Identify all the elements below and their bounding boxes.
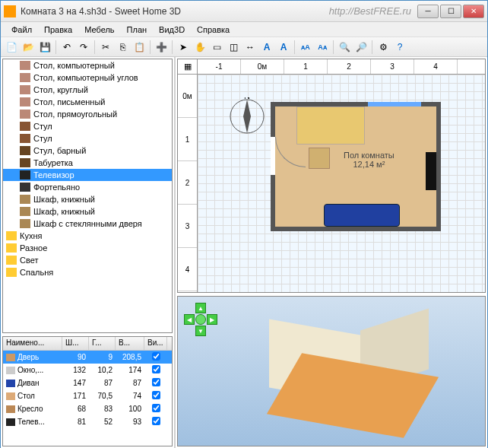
room-3d-render[interactable] — [284, 327, 421, 426]
tree-item[interactable]: Стол, круглый — [3, 84, 172, 96]
compass-icon[interactable]: N — [228, 97, 266, 135]
add-furniture-icon[interactable]: ➕ — [154, 40, 169, 55]
desk-item[interactable] — [296, 106, 365, 145]
room-icon[interactable]: ◫ — [226, 40, 241, 55]
visible-checkbox[interactable] — [152, 417, 160, 425]
menubar: Файл Правка Мебель План Вид3D Справка — [1, 22, 487, 37]
tree-item-label: Кухня — [20, 231, 42, 240]
col-visible[interactable]: Ви... — [144, 337, 167, 350]
visible-checkbox[interactable] — [152, 378, 160, 386]
app-icon — [4, 5, 16, 17]
new-icon[interactable]: 📄 — [4, 40, 19, 55]
copy-icon[interactable]: ⎘ — [115, 40, 130, 55]
table-row[interactable]: Дверь909208,5 — [3, 351, 172, 364]
furniture-table[interactable]: Наимено... Ш... Г... В... Ви... Дверь909… — [2, 336, 173, 446]
col-name[interactable]: Наимено... — [3, 337, 62, 350]
chair-item[interactable] — [309, 148, 330, 169]
tree-item[interactable]: Стол, компьютерный — [3, 59, 172, 71]
help-icon[interactable]: ? — [392, 40, 407, 55]
wall-icon[interactable]: ▭ — [209, 40, 224, 55]
tree-item[interactable]: Кухня — [3, 230, 172, 242]
window-title: Комната 3 на 4.sh3d - Sweet Home 3D — [21, 6, 329, 17]
minimize-button[interactable]: ─ — [417, 5, 439, 18]
tree-item-label: Стул, барный — [33, 146, 86, 155]
open-icon[interactable]: 📂 — [21, 40, 36, 55]
tree-item[interactable]: Шкаф, книжный — [3, 193, 172, 205]
visible-checkbox[interactable] — [152, 365, 160, 373]
nav-up-icon[interactable]: ▲ — [195, 303, 206, 313]
undo-icon[interactable]: ↶ — [59, 40, 74, 55]
tv-item[interactable] — [426, 152, 436, 190]
ruler-corner[interactable]: ▦ — [178, 59, 198, 75]
col-depth[interactable]: Г... — [89, 337, 116, 350]
table-row[interactable]: Стол17170,574 — [3, 389, 172, 402]
menu-plan[interactable]: План — [121, 24, 154, 36]
tree-item[interactable]: Стол, прямоугольный — [3, 108, 172, 120]
tree-item[interactable]: Стул — [3, 132, 172, 145]
tree-item[interactable]: Спальня — [3, 266, 172, 278]
tree-item[interactable]: Стул, барный — [3, 145, 172, 157]
visible-checkbox[interactable] — [152, 391, 160, 399]
nav-center-icon[interactable] — [195, 314, 206, 325]
tree-item[interactable]: Фортепьяно — [3, 181, 172, 193]
menu-furniture[interactable]: Мебель — [78, 24, 120, 36]
table-row[interactable]: Диван1478787 — [3, 377, 172, 389]
nav-left-icon[interactable]: ◀ — [184, 314, 195, 325]
maximize-button[interactable]: ☐ — [440, 5, 461, 18]
col-height[interactable]: В... — [116, 337, 144, 350]
table-row[interactable]: Телев...815293 — [3, 415, 172, 428]
pan-icon[interactable]: ✋ — [192, 40, 208, 55]
tree-item[interactable]: Стул — [3, 120, 172, 132]
tree-item[interactable]: Телевизор — [3, 169, 172, 181]
dimension-icon[interactable]: ↔ — [242, 40, 258, 55]
preview-3d[interactable]: ▲ ▼ ◀ ▶ — [177, 296, 486, 446]
nav-down-icon[interactable]: ▼ — [195, 326, 206, 336]
tree-item[interactable]: Свет — [3, 254, 172, 266]
tree-item[interactable]: Шкаф, книжный — [3, 205, 172, 218]
tree-item[interactable]: Табуретка — [3, 157, 172, 169]
visible-checkbox[interactable] — [152, 352, 160, 361]
text-a2-icon[interactable]: A — [276, 40, 291, 55]
window-item[interactable] — [368, 102, 421, 106]
select-icon[interactable]: ➤ — [176, 40, 191, 55]
text-aa-icon[interactable]: ᴀA — [298, 40, 313, 55]
text-a-icon[interactable]: A — [259, 40, 274, 55]
zoom-in-icon[interactable]: 🔍 — [337, 40, 352, 55]
redo-icon[interactable]: ↷ — [76, 40, 91, 55]
zoom-out-icon[interactable]: 🔎 — [353, 40, 369, 55]
table-row[interactable]: Кресло6883100 — [3, 402, 172, 415]
ic-chair — [20, 122, 30, 131]
menu-file[interactable]: Файл — [5, 24, 38, 36]
nav-right-icon[interactable]: ▶ — [207, 314, 217, 325]
menu-help[interactable]: Справка — [191, 24, 236, 36]
settings-icon[interactable]: ⚙ — [376, 40, 391, 55]
plan-view[interactable]: ▦ -10м1234 0м1234 N — [177, 59, 486, 293]
visible-checkbox[interactable] — [152, 404, 160, 412]
cut-icon[interactable]: ✂ — [98, 40, 113, 55]
ic-tv — [20, 170, 30, 180]
close-button[interactable]: ✕ — [463, 5, 484, 18]
room-label: Пол комнаты 12,14 м² — [344, 151, 395, 169]
table-row[interactable]: Окно,...13210,2174 — [3, 364, 172, 377]
room[interactable]: Пол комнаты 12,14 м² — [271, 102, 441, 231]
menu-edit[interactable]: Правка — [38, 24, 78, 36]
text-aa2-icon[interactable]: Aᴀ — [315, 40, 330, 55]
plan-grid[interactable]: N Пол комнаты 12,14 м² — [198, 75, 485, 292]
door-item[interactable] — [271, 137, 275, 175]
tree-item-label: Табуретка — [33, 158, 73, 167]
tree-item[interactable]: Шкаф с стеклянными дверя — [3, 218, 172, 230]
furniture-tree[interactable]: Стол, компьютерныйСтол, компьютерный угл… — [2, 59, 173, 333]
sofa-item[interactable] — [324, 204, 400, 227]
col-width[interactable]: Ш... — [62, 337, 89, 350]
tree-item[interactable]: Стол, компьютерный углов — [3, 71, 172, 84]
save-icon[interactable]: 💾 — [37, 40, 52, 55]
paste-icon[interactable]: 📋 — [132, 40, 147, 55]
nav-widget: ▲ ▼ ◀ ▶ — [184, 303, 217, 336]
tree-item[interactable]: Разное — [3, 242, 172, 254]
tree-item[interactable]: Стол, письменный — [3, 96, 172, 108]
ic-cabinet — [20, 207, 30, 216]
titlebar[interactable]: Комната 3 на 4.sh3d - Sweet Home 3D http… — [1, 1, 487, 22]
tree-item-label: Стол, компьютерный — [33, 61, 115, 70]
menu-view3d[interactable]: Вид3D — [153, 24, 191, 36]
svg-text:N: N — [244, 97, 250, 100]
